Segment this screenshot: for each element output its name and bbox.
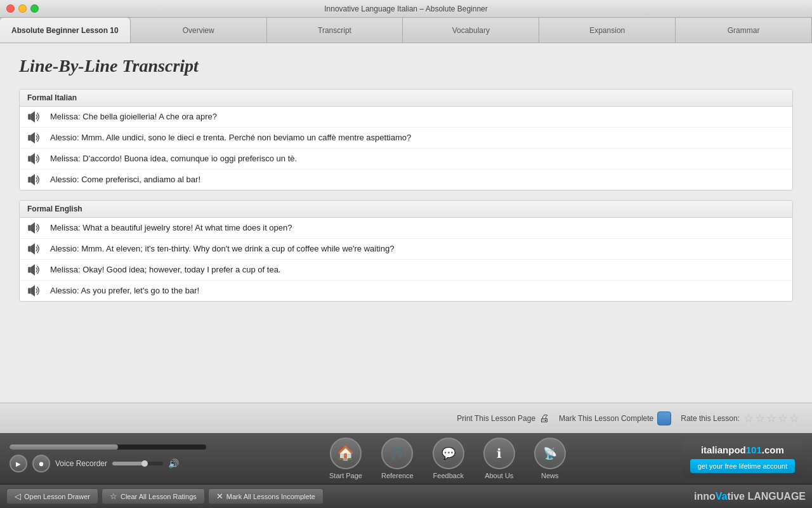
transcript-text: Melissa: Che bella gioielleria! A che or… [50,111,217,123]
star-rating[interactable]: ☆ ☆ ☆ ☆ ☆ [743,411,799,425]
audio-icon-4[interactable] [26,173,44,187]
print-button[interactable]: Print This Lesson Page 🖨 [457,413,549,424]
transcript-text: Alessio: Mmm. At eleven; it's ten-thirty… [50,243,394,255]
rate-label: Rate this Lesson: [681,414,740,423]
transcript-row: Alessio: Mmm. At eleven; it's ten-thirty… [20,239,792,260]
voice-recorder-label: Voice Recorder [55,459,107,468]
complete-label: Mark This Lesson Complete [559,414,653,423]
audio-icon-7[interactable] [26,263,44,277]
svg-marker-3 [31,132,35,144]
svg-rect-12 [28,267,31,273]
maximize-button[interactable] [30,4,39,13]
svg-marker-11 [31,243,35,255]
mark-incomplete-label: Mark All Lessons Incomplete [226,493,315,500]
svg-rect-14 [28,288,31,294]
svg-marker-5 [31,153,35,164]
drawer-icon: ◁ [15,491,21,501]
svg-rect-8 [28,225,31,231]
promo-cta-button[interactable]: get your free lifetime account [690,459,795,473]
formal-english-section: Formal English Melissa: What a beautiful… [19,200,793,302]
feedback-icon: 💬 [433,438,464,469]
close-button[interactable] [6,4,15,13]
tab-transcript[interactable]: Transcript [267,18,403,43]
tab-vocabulary[interactable]: Vocabulary [403,18,539,43]
rss-icon: 📡 [534,438,566,469]
complete-checkbox[interactable] [657,411,671,425]
tab-overview[interactable]: Overview [131,18,267,43]
transcript-row: Melissa: Che bella gioielleria! A che or… [20,107,792,128]
action-bar: Print This Lesson Page 🖨 Mark This Lesso… [0,403,812,433]
transcript-text: Alessio: As you prefer, let's go to the … [50,285,199,297]
svg-marker-15 [31,285,35,297]
nav-start-page[interactable]: 🏠 Start Page [329,438,362,479]
svg-rect-0 [28,114,31,120]
rate-section: Rate this Lesson: ☆ ☆ ☆ ☆ ☆ [681,411,799,425]
page-title: Line-By-Line Transcript [19,56,793,76]
nav-feedback-label: Feedback [433,472,464,479]
svg-rect-10 [28,246,31,252]
nav-feedback[interactable]: 💬 Feedback [433,438,464,479]
tab-active[interactable]: Absolute Beginner Lesson 10 [0,18,131,43]
complete-button[interactable]: Mark This Lesson Complete [559,411,671,425]
audio-icon-1[interactable] [26,110,44,124]
star-4[interactable]: ☆ [778,411,788,425]
star-2[interactable]: ☆ [755,411,765,425]
transcript-row: Melissa: D'accordo! Buona idea, comunque… [20,149,792,170]
title-bar: Innovative Language Italian – Absolute B… [0,0,812,18]
star-3[interactable]: ☆ [766,411,776,425]
open-lesson-drawer-label: Open Lesson Drawer [24,493,90,500]
x-icon: ✕ [216,491,223,501]
formal-italian-section: Formal Italian Melissa: Che bella gioiel… [19,89,793,190]
clear-ratings-button[interactable]: ☆ Clear All Lesson Ratings [102,488,205,504]
nav-news-label: News [541,472,559,479]
nav-news[interactable]: 📡 News [534,438,566,479]
star-1[interactable]: ☆ [743,411,754,425]
transcript-text: Melissa: What a beautiful jewelry store!… [50,222,292,234]
promo-site-name: italianpod101.com [701,444,784,455]
mark-incomplete-button[interactable]: ✕ Mark All Lessons Incomplete [208,488,324,504]
transcript-row: Melissa: Okay! Good idea; however, today… [20,260,792,281]
footer-logo: innoVative LANGUAGE [694,491,806,502]
volume-fill [112,462,143,465]
window-title: Innovative Language Italian – Absolute B… [324,4,488,13]
tab-bar: Absolute Beginner Lesson 10 Overview Tra… [0,18,812,43]
volume-track[interactable] [112,462,163,465]
reference-icon: 🎵 [381,438,413,469]
main-window: Absolute Beginner Lesson 10 Overview Tra… [0,18,812,508]
print-label: Print This Lesson Page [457,414,535,423]
audio-icon-5[interactable] [26,221,44,235]
minimize-button[interactable] [18,4,27,13]
open-lesson-drawer-button[interactable]: ◁ Open Lesson Drawer [6,488,98,504]
transcript-text: Alessio: Mmm. Alle undici, sono le dieci… [50,132,411,144]
audio-icon-8[interactable] [26,284,44,298]
audio-icon-3[interactable] [26,152,44,166]
transcript-text: Melissa: Okay! Good idea; however, today… [50,264,280,276]
transcript-text: Melissa: D'accordo! Buona idea, comunque… [50,153,297,164]
tab-grammar[interactable]: Grammar [676,18,812,43]
nav-reference[interactable]: 🎵 Reference [381,438,414,479]
play-button[interactable]: ▶ [10,455,27,472]
audio-icon-6[interactable] [26,242,44,256]
record-button[interactable]: ⏺ [32,455,50,472]
svg-marker-13 [31,264,35,276]
nav-about-us[interactable]: ℹ About Us [483,438,515,479]
tab-expansion[interactable]: Expansion [539,18,676,43]
volume-icon: 🔊 [168,458,179,469]
voice-recorder: ▶ ⏺ Voice Recorder 🔊 [10,455,213,472]
content-area: Line-By-Line Transcript Formal Italian M… [0,43,812,403]
svg-marker-7 [31,174,35,185]
player-bar: ▶ ⏺ Voice Recorder 🔊 🏠 Start Page 🎵 Refe… [0,433,812,484]
transcript-text: Alessio: Come preferisci, andiamo al bar… [50,174,200,185]
promo-box: italianpod101.com get your free lifetime… [683,439,802,478]
svg-rect-6 [28,177,31,183]
progress-track[interactable] [10,444,206,450]
svg-marker-9 [31,222,35,234]
nav-start-page-label: Start Page [329,472,362,479]
audio-icon-2[interactable] [26,131,44,145]
star-5[interactable]: ☆ [789,411,799,425]
home-icon: 🏠 [330,438,362,469]
transcript-row: Alessio: Come preferisci, andiamo al bar… [20,170,792,190]
printer-icon: 🖨 [539,413,549,424]
nav-reference-label: Reference [381,472,414,479]
formal-italian-header: Formal Italian [20,90,792,107]
